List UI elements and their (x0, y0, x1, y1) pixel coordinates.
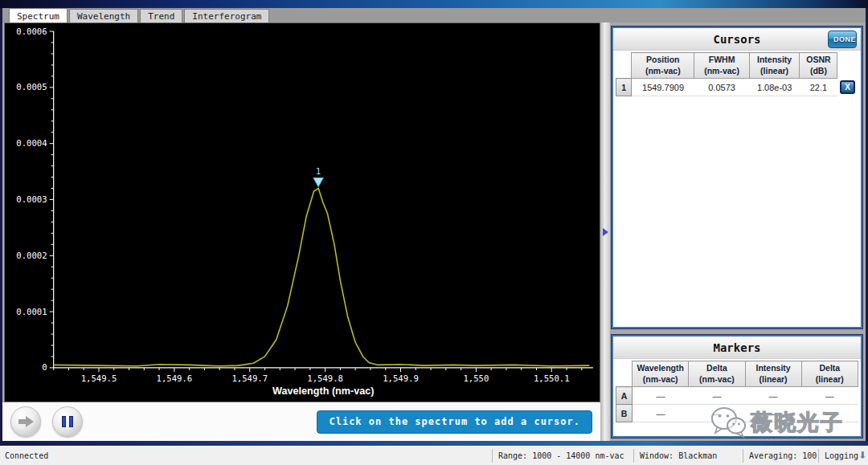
svg-text:0.0005: 0.0005 (16, 82, 47, 92)
svg-text:0.0002: 0.0002 (16, 251, 47, 260)
tab-wavelength[interactable]: Wavelength (69, 9, 138, 22)
status-divider (492, 449, 493, 463)
svg-text:1,549.6: 1,549.6 (157, 373, 193, 383)
spectrum-trace (54, 189, 590, 366)
column-header-fwhm: FWHM (nm-vac) (694, 53, 749, 79)
markers-panel-header: Markers (613, 337, 861, 359)
window-function-status: Window: Blackman (640, 451, 717, 460)
tab-spectrum[interactable]: Spectrum (9, 8, 68, 22)
svg-text:1,549.5: 1,549.5 (81, 373, 117, 383)
svg-text:1,550.1: 1,550.1 (534, 373, 570, 383)
marker-delta-linear-value: — (801, 387, 858, 405)
marker-intensity-value: — (745, 405, 801, 422)
tab-strip: Spectrum Wavelength Trend Interferogram (0, 8, 868, 22)
panel-column: Cursors DONE Position (nm-vac) FWHM (nm (610, 22, 866, 441)
marker-delta-linear-value: — (801, 405, 858, 422)
panel-splitter[interactable] (600, 22, 610, 441)
corner-cell (616, 361, 633, 387)
svg-text:1,549.9: 1,549.9 (383, 373, 419, 383)
done-button[interactable]: DONE (828, 31, 857, 48)
right-arrow-icon (18, 416, 34, 427)
status-bar: Connected Range: 1000 - 14000 nm-vac Win… (0, 446, 868, 465)
step-button[interactable] (10, 406, 41, 437)
x-axis-label: Wavelength (nm-vac) (272, 385, 375, 397)
chart-column: 1,549.51,549.61,549.71,549.81,549.91,550… (2, 22, 600, 441)
collapse-arrow-icon (603, 228, 608, 236)
marker-row-label: B (616, 405, 633, 422)
cursors-empty-area (613, 96, 861, 327)
cursor-row-number: 1 (616, 79, 632, 96)
window-titlebar (0, 0, 868, 8)
pause-icon (62, 416, 73, 427)
marker-row-label: A (616, 387, 633, 405)
cursor-marker-icon (313, 177, 323, 186)
main-area: 1,549.51,549.61,549.71,549.81,549.91,550… (0, 22, 868, 441)
cursors-panel: Cursors DONE Position (nm-vac) FWHM (nm (612, 27, 862, 328)
status-divider (743, 449, 743, 463)
download-arrow-icon[interactable]: ⬇ (858, 450, 866, 461)
column-header-intensity: Intensity (linear) (749, 53, 800, 79)
marker-delta-nm-value: — (689, 405, 745, 422)
corner-cell (616, 53, 632, 79)
column-header-wavelength: Wavelength (nm-vac) (633, 361, 689, 387)
svg-text:0.0004: 0.0004 (16, 138, 47, 148)
cursor-fwhm-value: 0.0573 (694, 79, 749, 96)
cursor-position-value: 1549.7909 (632, 79, 694, 96)
svg-text:1,549.7: 1,549.7 (231, 373, 268, 383)
svg-text:1,549.8: 1,549.8 (307, 373, 343, 383)
svg-text:0.0003: 0.0003 (16, 194, 47, 204)
svg-text:0: 0 (42, 362, 47, 372)
markers-panel: Markers Wavelength (nm-vac) Delta (nm-va… (612, 335, 862, 438)
cursors-panel-title: Cursors (713, 33, 760, 46)
cursors-table: Position (nm-vac) FWHM (nm-vac) Intensit… (616, 52, 858, 96)
markers-table: Wavelength (nm-vac) Delta (nm-vac) Inten… (616, 361, 858, 422)
cursor-intensity-value: 1.08e-03 (749, 79, 800, 96)
svg-text:1,550: 1,550 (463, 373, 489, 383)
marker-delta-nm-value: — (689, 387, 745, 405)
svg-text:0.0006: 0.0006 (16, 27, 47, 36)
delete-cursor-button[interactable]: X (840, 80, 855, 94)
cursor-osnr-value: 22.1 (800, 79, 837, 96)
add-cursor-hint-button[interactable]: Click on the spectrum to add a cursor. (317, 410, 592, 434)
delete-column-header (837, 53, 858, 79)
column-header-osnr: OSNR (dB) (800, 53, 837, 79)
averaging-status: Averaging: 100 (749, 451, 817, 460)
markers-panel-title: Markers (713, 341, 760, 354)
playback-bar: Click on the spectrum to add a cursor. (2, 402, 600, 441)
cursor-row: 1 1549.7909 0.0573 1.08e-03 22.1 X (616, 79, 858, 96)
spectrum-chart[interactable]: 1,549.51,549.61,549.71,549.81,549.91,550… (4, 22, 600, 402)
delete-cell: X (837, 79, 858, 96)
range-status: Range: 1000 - 14000 nm-vac (498, 451, 624, 460)
cursor-marker-label: 1 (316, 168, 321, 177)
marker-wavelength-value: — (633, 405, 689, 422)
tab-trend[interactable]: Trend (140, 9, 182, 22)
connection-status: Connected (5, 451, 48, 460)
pause-button[interactable] (52, 406, 83, 437)
column-header-delta-linear: Delta (linear) (801, 361, 858, 387)
cursors-panel-header: Cursors DONE (613, 28, 861, 51)
app-window: Spectrum Wavelength Trend Interferogram … (0, 0, 868, 465)
column-header-position: Position (nm-vac) (632, 53, 694, 79)
logging-status[interactable]: Logging (825, 451, 858, 460)
marker-wavelength-value: — (633, 387, 689, 405)
marker-row-a: A — — — — (616, 387, 858, 405)
status-divider (818, 449, 819, 463)
status-divider (633, 449, 634, 463)
column-header-delta-nm: Delta (nm-vac) (689, 361, 745, 387)
marker-row-b: B — — — — (616, 405, 858, 422)
svg-text:0.0001: 0.0001 (16, 307, 47, 316)
spectrum-plot[interactable]: 1,549.51,549.61,549.71,549.81,549.91,550… (5, 23, 600, 402)
marker-intensity-value: — (745, 387, 801, 405)
column-header-intensity: Intensity (linear) (745, 361, 801, 387)
tab-interferogram[interactable]: Interferogram (184, 9, 269, 22)
